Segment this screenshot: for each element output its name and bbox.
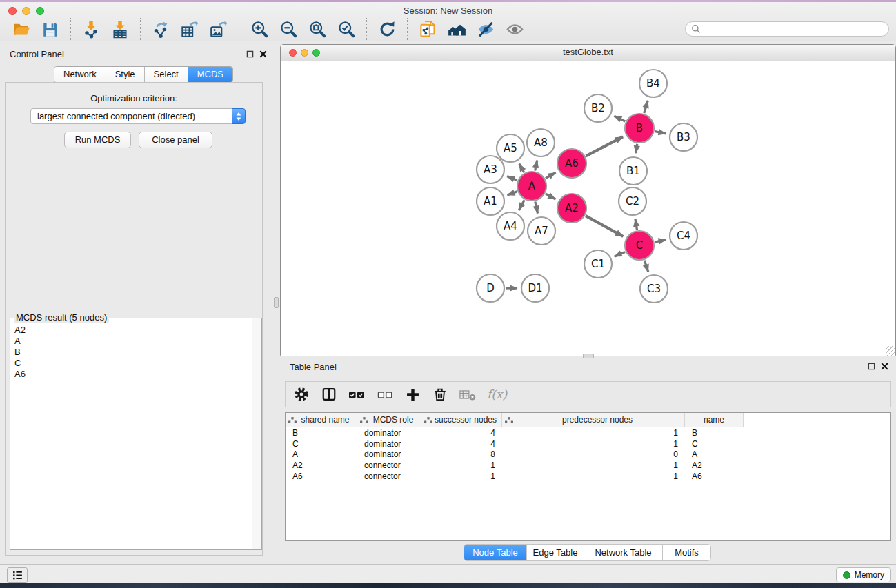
export-table-button[interactable] <box>177 19 203 40</box>
cell-successor-nodes[interactable]: 4 <box>421 439 502 449</box>
cell-predecessor-nodes[interactable]: 1 <box>502 439 685 449</box>
columns-icon[interactable] <box>321 387 337 402</box>
zoom-in-icon[interactable] <box>250 20 269 39</box>
close-icon[interactable] <box>259 50 267 58</box>
graph-node-B2[interactable]: B2 <box>584 94 612 122</box>
run-mcds-button[interactable]: Run MCDS <box>64 132 131 148</box>
import-table-icon[interactable] <box>111 21 129 39</box>
cell-name[interactable]: A2 <box>685 460 744 470</box>
zoom-selected-icon[interactable] <box>337 20 356 39</box>
graph-edge-C-C1[interactable] <box>615 252 625 256</box>
refresh-button[interactable] <box>374 19 400 40</box>
cell-predecessor-nodes[interactable]: 1 <box>502 428 685 438</box>
graph-node-A4[interactable]: A4 <box>497 212 524 240</box>
memory-button[interactable]: Memory <box>836 567 891 582</box>
network-canvas[interactable]: B4B2BB3A5A8A6B1A3AC2A1A2A4A7C4CC1C3DD1 <box>281 61 895 356</box>
refresh-icon[interactable] <box>378 20 397 39</box>
graph-edge-B-B3[interactable] <box>655 132 666 134</box>
chevron-up-down-icon[interactable] <box>232 108 246 124</box>
table-row[interactable]: A2connector11A2 <box>286 460 890 471</box>
cell-successor-nodes[interactable]: 8 <box>421 449 502 459</box>
zoom-in-button[interactable] <box>246 19 272 40</box>
cell-shared-name[interactable]: A6 <box>286 472 357 481</box>
graph-node-A5[interactable]: A5 <box>497 134 524 162</box>
cell-shared-name[interactable]: A2 <box>286 460 357 470</box>
graph-node-C3[interactable]: C3 <box>640 275 668 303</box>
cell-successor-nodes[interactable]: 1 <box>421 460 502 470</box>
export-image-icon[interactable] <box>210 21 228 39</box>
zoom-fit-icon[interactable] <box>308 20 327 39</box>
export-network-icon[interactable] <box>152 21 170 39</box>
vertical-splitter-grip[interactable] <box>274 297 279 308</box>
graph-node-C[interactable]: C <box>625 231 654 260</box>
table-row[interactable]: Adominator80A <box>286 449 890 460</box>
minimize-network-icon[interactable] <box>301 49 308 57</box>
gear-button[interactable] <box>293 387 310 402</box>
function-button[interactable]: f(x) <box>487 387 507 401</box>
cell-MCDS-role[interactable]: dominator <box>357 439 421 449</box>
table-row[interactable]: A6connector11A6 <box>286 471 890 482</box>
graph-node-B[interactable]: B <box>625 114 654 143</box>
graph-node-D[interactable]: D <box>477 274 504 302</box>
delete-table-button[interactable] <box>459 388 476 401</box>
save-session-button[interactable] <box>37 19 63 40</box>
copy-network-icon[interactable] <box>419 20 437 39</box>
delete-button[interactable] <box>432 387 448 402</box>
cell-MCDS-role[interactable]: dominator <box>357 428 421 438</box>
graph-node-A6[interactable]: A6 <box>557 149 586 178</box>
show-graphics-icon[interactable] <box>506 20 524 39</box>
graph-node-C4[interactable]: C4 <box>670 222 697 250</box>
graph-edge-A6-B[interactable] <box>586 136 623 156</box>
task-history-button[interactable] <box>7 567 28 583</box>
graph-node-B3[interactable]: B3 <box>670 123 697 151</box>
open-session-button[interactable] <box>8 19 34 40</box>
float-icon[interactable] <box>868 363 875 370</box>
close-panel-button[interactable]: Close panel <box>139 132 212 148</box>
gear-icon[interactable] <box>294 387 309 402</box>
cell-name[interactable]: A6 <box>685 472 744 481</box>
window-resize-grip[interactable] <box>886 346 895 356</box>
search-input[interactable] <box>704 22 888 36</box>
cell-name[interactable]: C <box>685 439 744 449</box>
graph-node-D1[interactable]: D1 <box>521 274 549 302</box>
graph-node-A3[interactable]: A3 <box>477 156 504 183</box>
select-all-icon[interactable] <box>348 387 366 403</box>
cell-name[interactable]: A <box>685 449 744 459</box>
hide-graphics-button[interactable] <box>472 19 499 40</box>
tab-network[interactable]: Network <box>54 67 106 82</box>
add-icon[interactable] <box>405 387 421 403</box>
tab-style[interactable]: Style <box>106 67 144 82</box>
graph-edge-C-C2[interactable] <box>635 219 637 230</box>
zoom-out-icon[interactable] <box>279 20 298 39</box>
cell-predecessor-nodes[interactable]: 0 <box>502 449 685 459</box>
cell-predecessor-nodes[interactable]: 1 <box>502 460 685 470</box>
close-icon[interactable] <box>881 363 888 370</box>
graph-edge-B-B1[interactable] <box>636 144 637 154</box>
graph-node-B1[interactable]: B1 <box>619 157 647 185</box>
tab-motifs[interactable]: Motifs <box>662 545 710 560</box>
column-header-name[interactable]: name <box>685 413 744 427</box>
graph-node-A1[interactable]: A1 <box>477 187 504 215</box>
horizontal-splitter-grip[interactable] <box>583 354 594 358</box>
cell-successor-nodes[interactable]: 4 <box>421 428 502 438</box>
zoom-fit-button[interactable] <box>304 19 330 40</box>
graph-node-A[interactable]: A <box>517 172 546 201</box>
cell-shared-name[interactable]: C <box>286 439 357 449</box>
graph-edge-A-A4[interactable] <box>519 200 524 210</box>
column-header-predecessor-nodes[interactable]: predecessor nodes <box>502 413 685 427</box>
table-row[interactable]: Cdominator41C <box>286 438 890 449</box>
deselect-all-icon[interactable] <box>377 387 393 402</box>
tab-mcds[interactable]: MCDS <box>188 67 232 82</box>
copy-network-button[interactable] <box>415 19 441 40</box>
result-item[interactable]: A <box>14 336 250 347</box>
columns-button[interactable] <box>321 387 337 402</box>
graph-node-B4[interactable]: B4 <box>639 70 667 97</box>
tab-select[interactable]: Select <box>144 67 188 82</box>
graph-edge-C-C3[interactable] <box>644 261 648 272</box>
network-window-titlebar[interactable]: testGlobe.txt <box>281 45 895 61</box>
graph-node-A8[interactable]: A8 <box>527 129 555 156</box>
cell-predecessor-nodes[interactable]: 1 <box>502 472 685 481</box>
show-graphics-button[interactable] <box>501 19 528 40</box>
tab-edge-table[interactable]: Edge Table <box>526 545 584 560</box>
select-all-button[interactable] <box>348 387 366 403</box>
